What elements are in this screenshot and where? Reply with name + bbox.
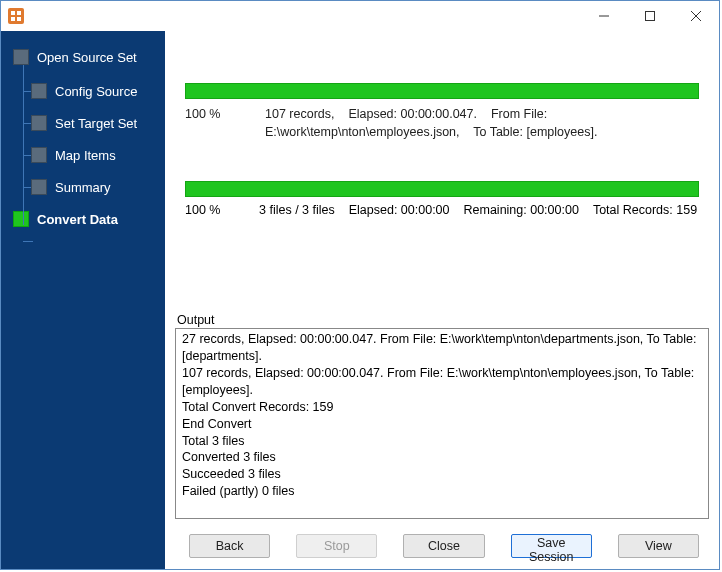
view-button[interactable]: View: [618, 534, 699, 558]
step-icon: [13, 49, 29, 65]
file-progress-bar: [185, 83, 699, 99]
step-icon-active: [13, 211, 29, 227]
svg-rect-2: [17, 11, 21, 15]
total-progress-remaining: Remaining: 00:00:00: [464, 203, 579, 217]
svg-rect-6: [646, 12, 655, 21]
output-line: End Convert: [182, 416, 702, 433]
back-button[interactable]: Back: [189, 534, 270, 558]
app-icon: [7, 7, 25, 25]
minimize-button[interactable]: [581, 1, 627, 31]
svg-rect-3: [11, 17, 15, 21]
total-progress-block: 100 % 3 files / 3 files Elapsed: 00:00:0…: [175, 181, 709, 217]
step-icon: [31, 179, 47, 195]
output-line: Converted 3 files: [182, 449, 702, 466]
output-line: 107 records, Elapsed: 00:00:00.047. From…: [182, 365, 702, 399]
svg-rect-4: [17, 17, 21, 21]
total-progress-files: 3 files / 3 files: [259, 203, 335, 217]
close-button[interactable]: [673, 1, 719, 31]
sidebar-item-convert-data[interactable]: Convert Data: [9, 205, 157, 233]
output-line: 27 records, Elapsed: 00:00:00.047. From …: [182, 331, 702, 365]
output-line: Succeeded 3 files: [182, 466, 702, 483]
step-icon: [31, 83, 47, 99]
window: Open Source Set Config Source Set Target…: [0, 0, 720, 570]
sidebar-item-set-target-set[interactable]: Set Target Set: [9, 109, 157, 137]
step-icon: [31, 115, 47, 131]
step-icon: [31, 147, 47, 163]
output-line: Total 3 files: [182, 433, 702, 450]
main-panel: 100 % 107 records, Elapsed: 00:00:00.047…: [165, 31, 719, 569]
save-session-button[interactable]: Save Session: [511, 534, 592, 558]
output-textarea[interactable]: 27 records, Elapsed: 00:00:00.047. From …: [175, 328, 709, 519]
window-controls: [581, 1, 719, 31]
maximize-button[interactable]: [627, 1, 673, 31]
total-progress-bar: [185, 181, 699, 197]
svg-rect-0: [8, 8, 24, 24]
button-bar: Back Stop Close Save Session View: [165, 523, 719, 569]
file-progress-details: 107 records, Elapsed: 00:00:00.047. From…: [265, 105, 699, 141]
file-progress-percent: 100 %: [185, 105, 245, 141]
file-progress-block: 100 % 107 records, Elapsed: 00:00:00.047…: [175, 83, 709, 141]
total-progress-elapsed: Elapsed: 00:00:00: [349, 203, 450, 217]
output-line: Failed (partly) 0 files: [182, 483, 702, 500]
sidebar-item-config-source[interactable]: Config Source: [9, 77, 157, 105]
output-line: Total Convert Records: 159: [182, 399, 702, 416]
total-progress-percent: 100 %: [185, 203, 245, 217]
total-progress-total: Total Records: 159: [593, 203, 697, 217]
sidebar-item-summary[interactable]: Summary: [9, 173, 157, 201]
stop-button[interactable]: Stop: [296, 534, 377, 558]
svg-rect-1: [11, 11, 15, 15]
sidebar: Open Source Set Config Source Set Target…: [1, 31, 165, 569]
titlebar: [1, 1, 719, 31]
output-label: Output: [175, 313, 709, 327]
sidebar-item-map-items[interactable]: Map Items: [9, 141, 157, 169]
sidebar-item-open-source-set[interactable]: Open Source Set: [9, 43, 157, 71]
close-wizard-button[interactable]: Close: [403, 534, 484, 558]
